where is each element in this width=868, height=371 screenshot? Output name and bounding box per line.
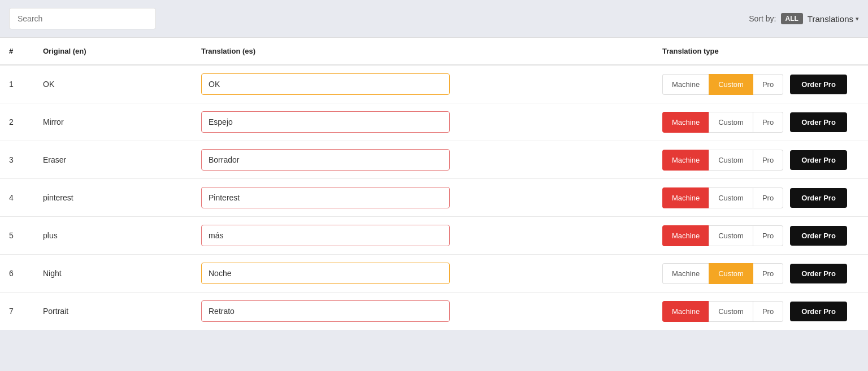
- row-translation-cell: [192, 217, 653, 255]
- row-number: 1: [0, 65, 34, 103]
- machine-button[interactable]: Machine: [662, 225, 709, 246]
- translation-input[interactable]: [201, 73, 450, 95]
- type-group: Machine Custom Pro: [662, 263, 783, 284]
- pro-button[interactable]: Pro: [753, 74, 783, 95]
- search-input[interactable]: [9, 8, 156, 29]
- row-translation-cell: [192, 179, 653, 217]
- main-table-container: # Original (en) Translation (es) Transla…: [0, 37, 868, 330]
- row-original: Eraser: [34, 141, 192, 179]
- row-number: 2: [0, 103, 34, 141]
- table-row: 6 Night Machine Custom Pro Order Pro: [0, 255, 868, 293]
- machine-button[interactable]: Machine: [662, 187, 709, 208]
- custom-button[interactable]: Custom: [709, 74, 753, 95]
- order-pro-button[interactable]: Order Pro: [790, 188, 847, 208]
- chevron-down-icon: ▾: [856, 15, 859, 23]
- table-row: 4 pinterest Machine Custom Pro Order Pro: [0, 179, 868, 217]
- row-translation-cell: [192, 293, 653, 330]
- order-pro-button[interactable]: Order Pro: [790, 226, 847, 246]
- translation-input[interactable]: [201, 111, 450, 133]
- row-original: Night: [34, 255, 192, 293]
- top-bar: Sort by: ALL Translations ▾: [0, 0, 868, 37]
- col-header-translation: Translation (es): [192, 38, 653, 65]
- row-number: 3: [0, 141, 34, 179]
- machine-button[interactable]: Machine: [662, 74, 709, 95]
- sort-label: Sort by:: [749, 14, 776, 23]
- custom-button[interactable]: Custom: [709, 150, 753, 171]
- custom-button[interactable]: Custom: [709, 112, 753, 133]
- table-row: 2 Mirror Machine Custom Pro Order Pro: [0, 103, 868, 141]
- pro-button[interactable]: Pro: [753, 150, 783, 171]
- sort-area: Sort by: ALL Translations ▾: [749, 13, 859, 24]
- custom-button[interactable]: Custom: [709, 225, 753, 246]
- table-header-row: # Original (en) Translation (es) Transla…: [0, 38, 868, 65]
- custom-button[interactable]: Custom: [709, 187, 753, 208]
- machine-button[interactable]: Machine: [662, 150, 709, 171]
- row-type-cell: Machine Custom Pro Order Pro: [653, 179, 868, 217]
- row-original: OK: [34, 65, 192, 103]
- row-number: 4: [0, 179, 34, 217]
- type-and-order: Machine Custom Pro Order Pro: [662, 112, 859, 133]
- custom-button[interactable]: Custom: [709, 263, 753, 284]
- row-number: 5: [0, 217, 34, 255]
- row-translation-cell: [192, 65, 653, 103]
- translation-input[interactable]: [201, 187, 450, 208]
- row-original: Mirror: [34, 103, 192, 141]
- type-and-order: Machine Custom Pro Order Pro: [662, 263, 859, 284]
- row-type-cell: Machine Custom Pro Order Pro: [653, 255, 868, 293]
- row-original: plus: [34, 217, 192, 255]
- col-header-type: Translation type: [653, 38, 868, 65]
- order-pro-button[interactable]: Order Pro: [790, 75, 847, 94]
- row-translation-cell: [192, 103, 653, 141]
- type-and-order: Machine Custom Pro Order Pro: [662, 74, 859, 95]
- row-original: pinterest: [34, 179, 192, 217]
- machine-button[interactable]: Machine: [662, 112, 709, 133]
- row-type-cell: Machine Custom Pro Order Pro: [653, 141, 868, 179]
- machine-button[interactable]: Machine: [662, 301, 709, 322]
- translation-input[interactable]: [201, 149, 450, 171]
- table-row: 3 Eraser Machine Custom Pro Order Pro: [0, 141, 868, 179]
- row-type-cell: Machine Custom Pro Order Pro: [653, 65, 868, 103]
- row-type-cell: Machine Custom Pro Order Pro: [653, 103, 868, 141]
- all-badge[interactable]: ALL: [781, 13, 803, 24]
- col-header-number: #: [0, 38, 34, 65]
- translations-label: Translations: [808, 14, 853, 24]
- type-group: Machine Custom Pro: [662, 301, 783, 322]
- type-and-order: Machine Custom Pro Order Pro: [662, 301, 859, 322]
- row-number: 7: [0, 293, 34, 330]
- translations-table: # Original (en) Translation (es) Transla…: [0, 38, 868, 330]
- order-pro-button[interactable]: Order Pro: [790, 302, 847, 321]
- custom-button[interactable]: Custom: [709, 301, 753, 322]
- table-row: 1 OK Machine Custom Pro Order Pro: [0, 65, 868, 103]
- type-group: Machine Custom Pro: [662, 225, 783, 246]
- pro-button[interactable]: Pro: [753, 187, 783, 208]
- type-group: Machine Custom Pro: [662, 150, 783, 171]
- pro-button[interactable]: Pro: [753, 225, 783, 246]
- row-translation-cell: [192, 255, 653, 293]
- table-row: 7 Portrait Machine Custom Pro Order Pro: [0, 293, 868, 330]
- pro-button[interactable]: Pro: [753, 301, 783, 322]
- row-type-cell: Machine Custom Pro Order Pro: [653, 217, 868, 255]
- translation-input[interactable]: [201, 263, 450, 284]
- order-pro-button[interactable]: Order Pro: [790, 112, 847, 132]
- translation-input[interactable]: [201, 225, 450, 246]
- order-pro-button[interactable]: Order Pro: [790, 150, 847, 170]
- row-type-cell: Machine Custom Pro Order Pro: [653, 293, 868, 330]
- col-header-original: Original (en): [34, 38, 192, 65]
- pro-button[interactable]: Pro: [753, 112, 783, 133]
- type-group: Machine Custom Pro: [662, 187, 783, 208]
- type-and-order: Machine Custom Pro Order Pro: [662, 225, 859, 246]
- row-number: 6: [0, 255, 34, 293]
- order-pro-button[interactable]: Order Pro: [790, 264, 847, 283]
- type-group: Machine Custom Pro: [662, 112, 783, 133]
- table-row: 5 plus Machine Custom Pro Order Pro: [0, 217, 868, 255]
- pro-button[interactable]: Pro: [753, 263, 783, 284]
- translations-dropdown[interactable]: Translations ▾: [808, 14, 859, 24]
- type-group: Machine Custom Pro: [662, 74, 783, 95]
- row-original: Portrait: [34, 293, 192, 330]
- row-translation-cell: [192, 141, 653, 179]
- machine-button[interactable]: Machine: [662, 263, 709, 284]
- type-and-order: Machine Custom Pro Order Pro: [662, 187, 859, 208]
- type-and-order: Machine Custom Pro Order Pro: [662, 150, 859, 171]
- translation-input[interactable]: [201, 300, 450, 322]
